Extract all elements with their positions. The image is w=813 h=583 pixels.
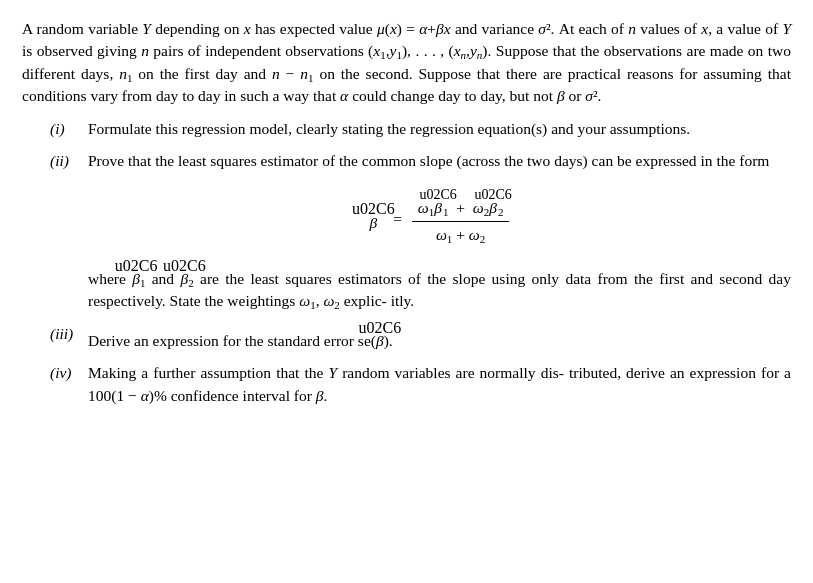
item-i-content: Formulate this regression model, clearly… [88,118,791,140]
formula-block: β = ω1β1 + ω2β2 ω1 + ω2 [88,191,791,247]
intro-paragraph: A random variable Y depending on x has e… [22,18,791,108]
item-ii-content: Prove that the least squares estimator o… [88,150,791,312]
items-list: (i) Formulate this regression model, cle… [50,118,791,407]
item-iii-label: (iii) [50,323,88,345]
item-iv-label: (iv) [50,362,88,384]
main-content: A random variable Y depending on x has e… [22,18,791,407]
formula-lhs: β [370,204,378,234]
item-iii-content: Derive an expression for the standard er… [88,323,791,352]
item-iv: (iv) Making a further assumption that th… [50,362,791,407]
item-ii: (ii) Prove that the least squares estima… [50,150,791,312]
item-iv-content: Making a further assumption that the Y r… [88,362,791,407]
formula-denominator: ω1 + ω2 [412,222,510,246]
formula-numerator: ω1β1 + ω2β2 [412,191,510,222]
item-ii-label: (ii) [50,150,88,172]
item-i: (i) Formulate this regression model, cle… [50,118,791,140]
item-iii: (iii) Derive an expression for the stand… [50,323,791,352]
item-i-label: (i) [50,118,88,140]
formula-fraction: ω1β1 + ω2β2 ω1 + ω2 [412,191,510,247]
